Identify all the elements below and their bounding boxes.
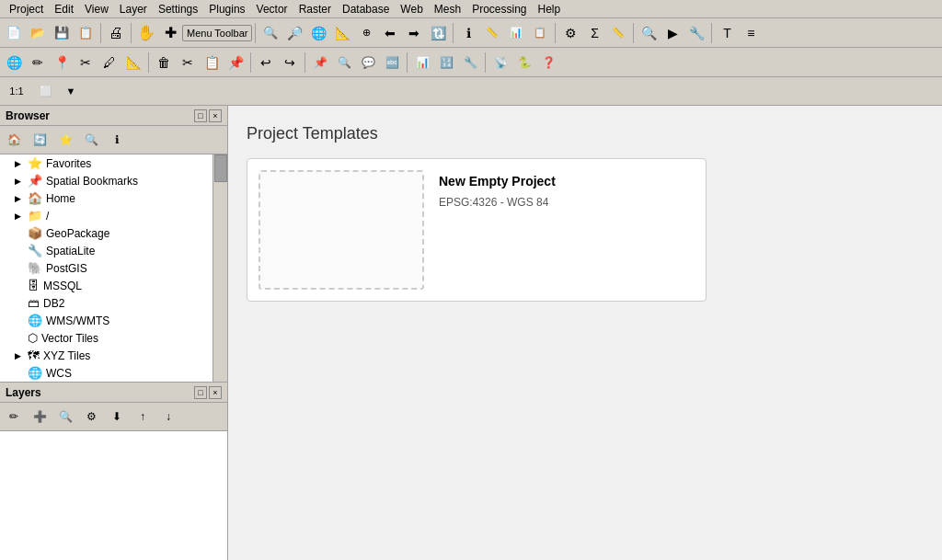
tb-zoom-in[interactable]: 🔍 bbox=[259, 22, 281, 44]
tb-run[interactable]: ▶ bbox=[661, 22, 684, 44]
tb2-undo[interactable]: ↩ bbox=[255, 51, 277, 74]
tb2-redo[interactable]: ↪ bbox=[279, 51, 301, 74]
tb-zoom-layer[interactable]: 📐 bbox=[331, 22, 353, 44]
menu-database[interactable]: Database bbox=[337, 1, 395, 17]
menu-view[interactable]: View bbox=[79, 1, 114, 17]
tb-refresh[interactable]: 🔃 bbox=[427, 22, 449, 44]
tb2-anno[interactable]: 💬 bbox=[357, 51, 379, 74]
menu-mesh[interactable]: Mesh bbox=[429, 1, 466, 17]
tb-tip[interactable]: 🔧 bbox=[685, 22, 707, 44]
layers-edit-btn[interactable]: ✏ bbox=[3, 406, 25, 428]
browser-fav-btn[interactable]: ⭐ bbox=[54, 129, 76, 151]
tb2-snap[interactable]: 🔍 bbox=[333, 51, 355, 74]
browser-home-btn[interactable]: 🏠 bbox=[3, 129, 25, 151]
browser-item-home[interactable]: ▶ 🏠 Home bbox=[0, 189, 213, 207]
tb-search[interactable]: 🔍 bbox=[638, 22, 660, 44]
layers-settings-btn[interactable]: ⚙ bbox=[80, 406, 102, 428]
tb-identify[interactable]: ℹ bbox=[457, 22, 479, 44]
tb-statistics[interactable]: 📊 bbox=[505, 22, 527, 44]
menu-plugins[interactable]: Plugins bbox=[203, 1, 250, 17]
browser-item-spatial-bookmarks[interactable]: ▶ 📌 Spatial Bookmarks bbox=[0, 172, 213, 189]
browser-item-root[interactable]: ▶ 📁 / bbox=[0, 207, 213, 224]
sep-7 bbox=[711, 23, 712, 43]
browser-item-favorites[interactable]: ▶ ⭐ Favorites bbox=[0, 154, 213, 172]
tb2-square[interactable]: 📐 bbox=[122, 51, 144, 74]
browser-item-vector-tiles[interactable]: ▶ ⬡ Vector Tiles bbox=[0, 329, 213, 347]
browser-item-db2[interactable]: ▶ 🗃 DB2 bbox=[0, 294, 213, 312]
tb2-pin[interactable]: 📍 bbox=[51, 51, 73, 74]
menu-processing[interactable]: Processing bbox=[466, 1, 532, 17]
tb-zoom-full[interactable]: 🌐 bbox=[307, 22, 329, 44]
tb-extra[interactable]: ≡ bbox=[740, 22, 762, 44]
tb-sigma[interactable]: Σ bbox=[583, 22, 605, 44]
tb-print[interactable]: 🖨 bbox=[105, 22, 127, 44]
tb-measure[interactable]: 📏 bbox=[481, 22, 503, 44]
tb2-edit[interactable]: ✏ bbox=[27, 51, 49, 74]
tb-zoom-prev[interactable]: ⬅ bbox=[379, 22, 401, 44]
browser-item-postgis[interactable]: ▶ 🐘 PostGIS bbox=[0, 259, 213, 277]
tb2-number[interactable]: 🔢 bbox=[435, 51, 457, 74]
tb2-draw[interactable]: 🖊 bbox=[98, 51, 121, 74]
browser-item-wms[interactable]: ▶ 🌐 WMS/WMTS bbox=[0, 312, 213, 329]
layers-down-btn[interactable]: ⬇ bbox=[106, 406, 128, 428]
tb3-num[interactable]: 1:1 bbox=[3, 80, 30, 102]
menu-raster[interactable]: Raster bbox=[293, 1, 337, 17]
layers-add-btn[interactable]: ➕ bbox=[29, 406, 51, 428]
browser-item-geopackage[interactable]: ▶ 📦 GeoPackage bbox=[0, 224, 213, 242]
tb2-delete[interactable]: 🗑 bbox=[153, 51, 175, 74]
browser-item-wcs[interactable]: ▶ 🌐 WCS bbox=[0, 364, 213, 382]
tb2-help[interactable]: ❓ bbox=[537, 51, 559, 74]
menu-edit[interactable]: Edit bbox=[49, 1, 79, 17]
browser-refresh-btn[interactable]: 🔄 bbox=[29, 129, 51, 151]
browser-panel-controls: □ × bbox=[194, 109, 222, 122]
tb2-vertex[interactable]: ✂ bbox=[75, 51, 97, 74]
menu-layer[interactable]: Layer bbox=[114, 1, 153, 17]
tb-save[interactable]: 💾 bbox=[51, 22, 73, 44]
tb-attr-table[interactable]: 📋 bbox=[529, 22, 551, 44]
browser-info-btn[interactable]: ℹ bbox=[106, 129, 128, 151]
tb-field-calc[interactable]: 📏 bbox=[607, 22, 629, 44]
tb2-chart[interactable]: 📊 bbox=[411, 51, 433, 74]
menu-web[interactable]: Web bbox=[395, 1, 428, 17]
tb-zoom-sel[interactable]: ⊕ bbox=[355, 22, 377, 44]
tb2-python[interactable]: 🐍 bbox=[513, 51, 535, 74]
tb-text[interactable]: T bbox=[716, 22, 738, 44]
tb-geoprocess[interactable]: ⚙ bbox=[559, 22, 581, 44]
menu-vector[interactable]: Vector bbox=[251, 1, 293, 17]
tb-pan2[interactable]: ✚ bbox=[159, 22, 181, 44]
sep-6 bbox=[633, 23, 634, 43]
tb-open[interactable]: 📂 bbox=[27, 22, 49, 44]
tb2-label[interactable]: 🔤 bbox=[381, 51, 403, 74]
scrollbar-thumb[interactable] bbox=[214, 154, 227, 182]
tb-saveas[interactable]: 📋 bbox=[75, 22, 97, 44]
menu-help[interactable]: Help bbox=[533, 1, 567, 17]
tb3-box[interactable]: ⬜ bbox=[32, 80, 60, 102]
layers-close-btn[interactable]: × bbox=[209, 386, 222, 399]
tb-zoom-next[interactable]: ➡ bbox=[403, 22, 425, 44]
tb-new[interactable]: 📄 bbox=[3, 22, 25, 44]
tb2-settings[interactable]: 🔧 bbox=[459, 51, 481, 74]
browser-close-btn[interactable]: × bbox=[209, 109, 222, 122]
tb2-paste[interactable]: 📌 bbox=[224, 51, 247, 74]
tb3-down[interactable]: ▼ bbox=[62, 80, 80, 102]
browser-search-btn[interactable]: 🔍 bbox=[80, 129, 102, 151]
browser-scrollbar[interactable] bbox=[213, 154, 227, 382]
browser-item-xyz-tiles[interactable]: ▶ 🗺 XYZ Tiles bbox=[0, 347, 213, 364]
layers-group-btn[interactable]: ↓ bbox=[157, 406, 179, 428]
tb2-satellite[interactable]: 📡 bbox=[489, 51, 511, 74]
browser-item-spatialite[interactable]: ▶ 🔧 SpatiaLite bbox=[0, 242, 213, 259]
layers-filter-btn[interactable]: 🔍 bbox=[54, 406, 76, 428]
tb2-cut[interactable]: ✂ bbox=[177, 51, 199, 74]
tb2-globe[interactable]: 🌐 bbox=[3, 51, 25, 74]
layers-up-btn[interactable]: ↑ bbox=[132, 406, 154, 428]
layers-collapse-btn[interactable]: □ bbox=[194, 386, 207, 399]
browser-collapse-btn[interactable]: □ bbox=[194, 109, 207, 122]
menu-project[interactable]: Project bbox=[4, 1, 49, 17]
menu-settings[interactable]: Settings bbox=[153, 1, 203, 17]
tb2-digitize[interactable]: 📌 bbox=[309, 51, 331, 74]
tb2-copy[interactable]: 📋 bbox=[201, 51, 223, 74]
tb-pan[interactable]: ✋ bbox=[135, 22, 157, 44]
tb-zoom-out[interactable]: 🔎 bbox=[283, 22, 305, 44]
browser-item-mssql[interactable]: ▶ 🗄 MSSQL bbox=[0, 277, 213, 294]
template-card-empty-project[interactable]: New Empty Project EPSG:4326 - WGS 84 bbox=[247, 158, 706, 302]
